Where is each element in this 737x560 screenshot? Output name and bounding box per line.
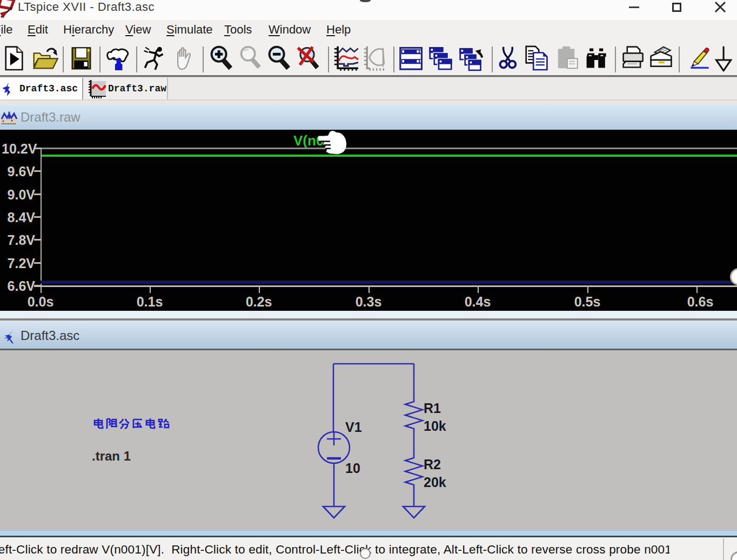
svg-text:V1: V1 xyxy=(345,419,362,435)
svg-text:20k: 20k xyxy=(424,475,446,490)
svg-text:R2: R2 xyxy=(424,457,441,472)
svg-text:10k: 10k xyxy=(424,418,446,434)
svg-text:R1: R1 xyxy=(424,401,441,416)
svg-text:10: 10 xyxy=(345,461,360,476)
